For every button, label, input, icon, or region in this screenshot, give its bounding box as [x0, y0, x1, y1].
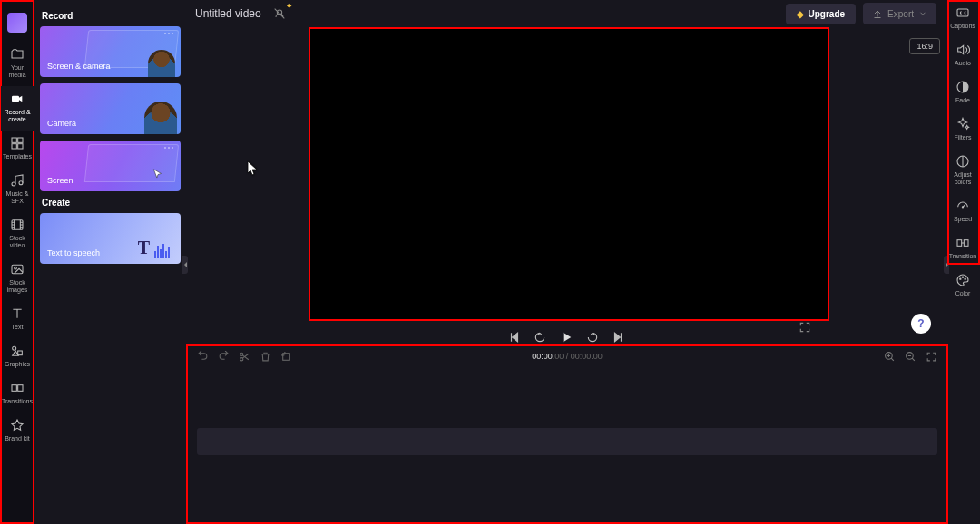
- zoom-in-button[interactable]: [884, 351, 896, 363]
- preview-stage: 16:9 ?: [186, 27, 946, 344]
- create-heading: Create: [42, 198, 181, 208]
- rail-filters[interactable]: Filters: [946, 112, 979, 149]
- svg-rect-11: [18, 351, 23, 355]
- rail-label: Adjust colors: [946, 171, 979, 186]
- nav-label: Graphics: [3, 361, 32, 368]
- cc-icon: [956, 5, 970, 20]
- fade-icon: [956, 80, 970, 94]
- frame-back-button[interactable]: [534, 331, 546, 344]
- split-button[interactable]: [239, 351, 250, 363]
- card-label: Screen: [47, 176, 74, 185]
- nav-music-sfx[interactable]: Music & SFX: [1, 168, 34, 212]
- film-icon: [10, 218, 24, 232]
- card-text-to-speech[interactable]: T Text to speech: [40, 213, 181, 264]
- svg-rect-3: [12, 144, 16, 149]
- svg-rect-2: [18, 138, 23, 142]
- record-heading: Record: [42, 11, 181, 21]
- export-button[interactable]: Export: [863, 3, 936, 24]
- diamond-icon: ◆: [287, 2, 291, 9]
- rail-color[interactable]: Color: [946, 267, 979, 305]
- delete-button[interactable]: [260, 351, 271, 363]
- rail-transition[interactable]: Transition: [946, 230, 979, 267]
- nav-label: Text: [10, 324, 25, 331]
- project-title[interactable]: Untitled video: [195, 7, 261, 20]
- rail-label: Color: [955, 290, 972, 297]
- frame-forward-button[interactable]: [586, 331, 599, 344]
- svg-point-27: [962, 277, 963, 277]
- audio-icon: [956, 43, 970, 57]
- timeline-track[interactable]: [197, 428, 937, 455]
- nav-label: Brand kit: [3, 435, 32, 442]
- header: Untitled video ◆ ◆ Upgrade Export: [186, 0, 946, 27]
- preview-area[interactable]: [309, 27, 829, 321]
- rail-label: Transition: [948, 253, 977, 260]
- card-camera[interactable]: Camera: [40, 83, 181, 134]
- folder-icon: [10, 47, 24, 62]
- nav-record-create[interactable]: Record & create: [1, 86, 34, 131]
- timeline: 00:00.00 / 00:00.00: [186, 344, 948, 524]
- upgrade-label: Upgrade: [808, 9, 846, 19]
- nav-stock-images[interactable]: Stock images: [1, 257, 34, 301]
- rail-captions[interactable]: Captions: [946, 0, 979, 37]
- export-label: Export: [887, 9, 914, 19]
- nav-label: Stock images: [1, 279, 34, 294]
- brand-icon: [10, 418, 24, 432]
- speed-icon: [956, 199, 970, 213]
- aspect-ratio-chip[interactable]: 16:9: [909, 38, 940, 54]
- tts-illustration: T: [138, 238, 170, 258]
- skip-start-button[interactable]: [508, 331, 521, 344]
- svg-point-6: [19, 181, 23, 185]
- nav-label: Templates: [1, 153, 34, 160]
- help-button[interactable]: ?: [911, 314, 931, 334]
- nav-text[interactable]: Text: [1, 301, 34, 338]
- undo-button[interactable]: [197, 351, 209, 363]
- card-screen[interactable]: Screen: [40, 141, 181, 191]
- gem-icon: ◆: [797, 9, 804, 19]
- svg-rect-20: [957, 9, 968, 16]
- rail-audio[interactable]: Audio: [946, 37, 979, 74]
- filters-icon: [956, 117, 970, 131]
- rail-speed[interactable]: Speed: [946, 193, 979, 230]
- rail-label: Filters: [953, 134, 972, 141]
- transport-controls: [508, 330, 624, 344]
- preview-canvas[interactable]: [310, 29, 828, 319]
- color-icon: [956, 273, 970, 287]
- nav-your-media[interactable]: Your media: [1, 42, 34, 86]
- app-logo[interactable]: [7, 13, 27, 33]
- skip-end-button[interactable]: [612, 331, 624, 344]
- svg-point-28: [965, 278, 965, 279]
- crop-button[interactable]: [280, 351, 292, 363]
- nav-brand-kit[interactable]: Brand kit: [1, 412, 34, 450]
- nav-label: Transitions: [0, 398, 34, 405]
- card-label: Camera: [47, 119, 76, 128]
- svg-rect-4: [18, 144, 23, 149]
- zoom-fit-button[interactable]: [926, 351, 937, 363]
- rail-fade[interactable]: Fade: [946, 74, 979, 112]
- zoom-out-button[interactable]: [905, 351, 916, 363]
- nav-label: Record & create: [1, 109, 34, 123]
- nav-graphics[interactable]: Graphics: [1, 338, 34, 375]
- timeline-toolbar: 00:00.00 / 00:00.00: [188, 346, 946, 366]
- nav-stock-video[interactable]: Stock video: [1, 212, 34, 257]
- card-label: Text to speech: [47, 248, 100, 257]
- camera-icon: [10, 92, 24, 106]
- card-screen-and-camera[interactable]: Screen & camera: [40, 26, 181, 77]
- text-icon: [10, 306, 24, 321]
- question-icon: ?: [917, 317, 924, 330]
- upgrade-button[interactable]: ◆ Upgrade: [786, 4, 857, 24]
- left-nav: Your media Record & create Templates Mus…: [0, 0, 34, 524]
- right-rail: Captions Audio Fade Filters Adjust color…: [946, 0, 980, 524]
- avatar-illustration: [144, 102, 177, 134]
- svg-rect-24: [957, 240, 962, 247]
- svg-point-5: [12, 182, 15, 186]
- svg-rect-0: [12, 96, 19, 102]
- nav-templates[interactable]: Templates: [1, 131, 34, 168]
- nav-transitions[interactable]: Transitions: [1, 375, 34, 412]
- chevron-down-icon: [918, 9, 927, 18]
- fullscreen-button[interactable]: [799, 321, 811, 337]
- redo-button[interactable]: [218, 351, 230, 363]
- rail-adjust-colors[interactable]: Adjust colors: [946, 149, 979, 193]
- record-create-panel: Record Screen & camera Camera Screen Cre…: [34, 0, 186, 524]
- play-button[interactable]: [559, 330, 573, 344]
- rail-label: Fade: [955, 97, 971, 104]
